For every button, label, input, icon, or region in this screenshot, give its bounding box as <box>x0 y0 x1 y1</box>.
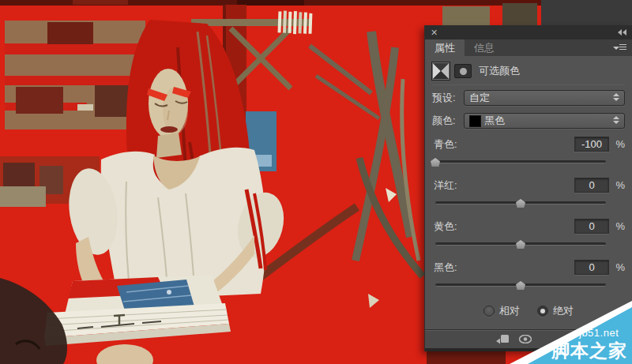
photoshop-workspace: ✕ 属性 信息 <box>0 0 632 364</box>
tab-properties[interactable]: 属性 <box>425 39 465 56</box>
cyan-unit: % <box>609 138 625 150</box>
black-slider-group: 黑色: 0 % <box>432 259 625 291</box>
relative-label: 相对 <box>499 304 520 318</box>
color-swatch <box>469 115 481 127</box>
yellow-slider-group: 黄色: 0 % <box>432 218 625 250</box>
clip-to-layer-icon[interactable] <box>496 334 510 344</box>
relative-option[interactable]: 相对 <box>483 304 520 318</box>
cyan-label: 青色: <box>432 137 574 152</box>
adjustment-title: 可选颜色 <box>479 64 520 78</box>
dropdown-stepper-icon <box>613 93 619 101</box>
selective-color-icon[interactable] <box>432 62 450 80</box>
visibility-eye-icon[interactable] <box>519 335 532 343</box>
cyan-slider-thumb[interactable] <box>431 158 440 167</box>
preset-label: 预设: <box>432 91 464 105</box>
layer-mask-icon[interactable] <box>454 64 472 78</box>
tab-info[interactable]: 信息 <box>465 39 504 56</box>
collapse-panel-icon[interactable] <box>618 29 626 36</box>
black-slider-thumb[interactable] <box>516 281 525 290</box>
panel-tabs: 属性 信息 <box>425 39 632 56</box>
adjustment-header: 可选颜色 <box>432 61 625 81</box>
color-row: 颜色: 黑色 <box>432 113 625 129</box>
magenta-label: 洋红: <box>432 178 574 193</box>
cyan-slider-track[interactable] <box>435 160 606 163</box>
absolute-option[interactable]: 绝对 <box>537 304 574 318</box>
method-row: 相对 绝对 <box>432 304 625 318</box>
absolute-radio[interactable] <box>537 306 548 317</box>
preset-value: 自定 <box>469 91 490 105</box>
magenta-slider-thumb[interactable] <box>516 199 525 208</box>
panel-menu-icon[interactable] <box>613 43 626 52</box>
preset-dropdown[interactable]: 自定 <box>464 90 625 106</box>
black-label: 黑色: <box>432 261 574 275</box>
cyan-slider-group: 青色: -100 % <box>432 136 625 167</box>
magenta-slider-group: 洋红: 0 % <box>432 177 625 208</box>
color-label: 颜色: <box>432 114 464 128</box>
yellow-unit: % <box>609 220 625 232</box>
black-unit: % <box>609 261 625 273</box>
close-icon[interactable]: ✕ <box>431 28 438 36</box>
yellow-label: 黄色: <box>432 220 574 234</box>
magenta-value-field[interactable]: 0 <box>574 178 609 193</box>
black-value-field[interactable]: 0 <box>574 260 609 275</box>
magenta-unit: % <box>609 179 625 191</box>
panel-titlebar: ✕ <box>425 25 632 39</box>
cyan-value-field[interactable]: -100 <box>574 137 609 152</box>
properties-panel: ✕ 属性 信息 <box>424 25 632 351</box>
relative-radio[interactable] <box>483 306 495 317</box>
absolute-label: 绝对 <box>553 304 574 318</box>
color-value: 黑色 <box>484 114 505 128</box>
preset-row: 预设: 自定 <box>432 90 625 106</box>
yellow-slider-thumb[interactable] <box>516 240 525 249</box>
dropdown-stepper-icon <box>613 116 619 124</box>
yellow-value-field[interactable]: 0 <box>574 219 609 234</box>
color-dropdown[interactable]: 黑色 <box>464 113 625 129</box>
divider <box>432 84 625 85</box>
panel-content: 可选颜色 预设: 自定 颜色: 黑色 青色: <box>425 56 632 329</box>
